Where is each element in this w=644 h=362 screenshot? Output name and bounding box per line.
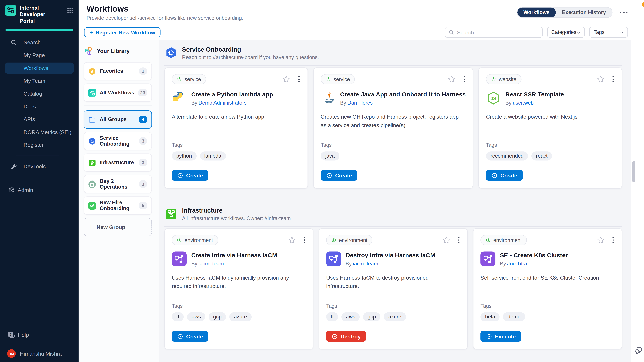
gear-icon: [177, 77, 182, 82]
workflow-card-python-lambda: service Create a Python lambda app: [164, 67, 308, 189]
card-title: Create Java App and Onboard it to Harnes…: [340, 90, 466, 98]
sidebar-item-search[interactable]: Search: [0, 36, 79, 49]
scrollbar-thumb[interactable]: [632, 161, 635, 182]
sidebar-item-help[interactable]: Help: [0, 328, 79, 341]
cubes-icon: [84, 47, 93, 55]
sidebar-item-my-team[interactable]: My Team: [0, 74, 79, 87]
card-title: SE - Create K8s Cluster: [500, 251, 568, 259]
search-field: [445, 27, 542, 37]
create-button[interactable]: Create: [172, 170, 208, 181]
sidebar-item-admin[interactable]: Admin: [0, 183, 79, 196]
user-menu[interactable]: HM Himanshu Mishra: [0, 347, 79, 361]
flowchart-logo: [326, 251, 341, 266]
tags-label: Tags: [172, 303, 306, 309]
gear-icon: [491, 77, 496, 82]
tags-dropdown[interactable]: Tags: [589, 27, 628, 37]
categories-dropdown[interactable]: Categories: [547, 27, 585, 37]
workflow-card-react-ssr: website React SSR Template Byuser: [478, 67, 622, 189]
owner-link[interactable]: iacm_team: [353, 261, 378, 267]
category-pill[interactable]: service: [321, 74, 355, 84]
card-byline: Byiacm_team: [191, 261, 277, 267]
card-description: A template to create a new Python app: [172, 113, 300, 139]
destroy-button[interactable]: Destroy: [326, 331, 366, 342]
category-pill[interactable]: environment: [172, 235, 218, 245]
count-badge: 3: [139, 180, 148, 188]
scroll-gutter: [631, 40, 644, 362]
library-item-all-groups[interactable]: All Groups 4: [84, 110, 152, 129]
create-button[interactable]: Create: [486, 170, 522, 181]
wrench-icon: [10, 163, 18, 170]
card-menu-button[interactable]: [612, 236, 615, 244]
more-options-button[interactable]: [620, 11, 628, 13]
sidebar: Internal Developer Portal Search My Page…: [0, 0, 79, 362]
tags-label: Tags: [321, 142, 466, 148]
library-item-favorites[interactable]: Favorites 1: [84, 62, 152, 80]
play-icon: [492, 172, 498, 178]
app-grid-icon[interactable]: [67, 7, 73, 13]
sidebar-accent-rule: [5, 29, 73, 30]
gear-icon: [177, 238, 182, 243]
create-button[interactable]: Create: [172, 331, 208, 342]
card-menu-button[interactable]: [297, 75, 300, 83]
app-logo-icon[interactable]: [5, 4, 16, 16]
tag-chip: demo: [503, 312, 525, 322]
java-logo: [321, 90, 336, 105]
library-item-infrastructure[interactable]: Infrastructure 3: [84, 153, 152, 172]
search-icon: [448, 29, 454, 35]
section-title: Service Onboarding: [182, 46, 319, 53]
card-menu-button[interactable]: [457, 236, 460, 244]
library-item-day2-operations[interactable]: Day 2 Operations 3: [84, 175, 152, 193]
search-input[interactable]: [457, 29, 539, 35]
card-menu-button[interactable]: [612, 75, 615, 83]
play-icon: [332, 333, 338, 339]
library-item-new-hire-onboarding[interactable]: New Hire Onboarding 5: [84, 196, 152, 215]
create-button[interactable]: Create: [321, 170, 357, 181]
card-byline: ByJoe Titra: [500, 261, 568, 267]
sidebar-item-docs[interactable]: Docs: [0, 100, 79, 113]
category-pill[interactable]: environment: [480, 235, 527, 245]
user-name: Himanshu Mishra: [20, 351, 62, 357]
star-icon: [88, 67, 96, 75]
tag-chip: tf: [172, 312, 184, 322]
sidebar-item-register[interactable]: Register: [0, 139, 79, 151]
favorite-star-icon[interactable]: [596, 236, 605, 245]
favorite-star-icon[interactable]: [288, 236, 296, 245]
card-menu-button[interactable]: [303, 236, 306, 244]
card-description: Uses Harness-IaCM to destroy provisioned…: [326, 274, 460, 300]
favorite-star-icon[interactable]: [442, 236, 450, 245]
sidebar-item-catalog[interactable]: Catalog: [0, 87, 79, 100]
card-description: Creates new GH Repo and Harness project,…: [321, 113, 466, 139]
owner-link[interactable]: Demo Administrators: [198, 100, 246, 106]
sidebar-item-apis[interactable]: APIs: [0, 113, 79, 126]
avatar: HM: [7, 349, 16, 358]
sidebar-item-workflows[interactable]: Workflows: [5, 62, 74, 74]
execute-button[interactable]: Execute: [480, 331, 521, 342]
register-new-workflow-button[interactable]: + Register New Workflow: [84, 27, 161, 37]
favorite-star-icon[interactable]: [447, 75, 456, 84]
card-byline: ByDan Flores: [340, 100, 466, 106]
favorite-star-icon[interactable]: [596, 75, 605, 84]
card-menu-button[interactable]: [462, 75, 466, 83]
category-pill[interactable]: service: [172, 74, 206, 84]
library-panel: Your Library Favorites 1 All Workflows 2…: [79, 40, 159, 362]
owner-link[interactable]: iacm_team: [198, 261, 224, 267]
category-pill[interactable]: environment: [326, 235, 372, 245]
tab-workflows[interactable]: Workflows: [517, 7, 556, 17]
favorite-star-icon[interactable]: [282, 75, 291, 84]
category-pill[interactable]: website: [486, 74, 522, 84]
section-divider: [164, 65, 622, 66]
tab-execution-history[interactable]: Execution History: [556, 7, 612, 17]
tag-chip: java: [321, 151, 339, 161]
library-item-service-onboarding[interactable]: Service Onboarding 3: [84, 132, 152, 150]
sidebar-divider: [0, 178, 79, 178]
owner-link[interactable]: Joe Titra: [507, 261, 527, 267]
new-group-button[interactable]: + New Group: [84, 218, 152, 236]
library-item-all-workflows[interactable]: All Workflows 23: [84, 84, 152, 102]
owner-link[interactable]: user:web: [513, 100, 534, 106]
sidebar-item-dora-metrics[interactable]: DORA Metrics (SEI): [0, 126, 79, 139]
owner-link[interactable]: Dan Flores: [348, 100, 373, 106]
chat-feedback-button[interactable]: [633, 346, 643, 355]
sidebar-item-my-page[interactable]: My Page: [0, 49, 79, 62]
sidebar-item-devtools[interactable]: DevTools: [0, 160, 79, 173]
kubernetes-icon: [88, 137, 96, 145]
